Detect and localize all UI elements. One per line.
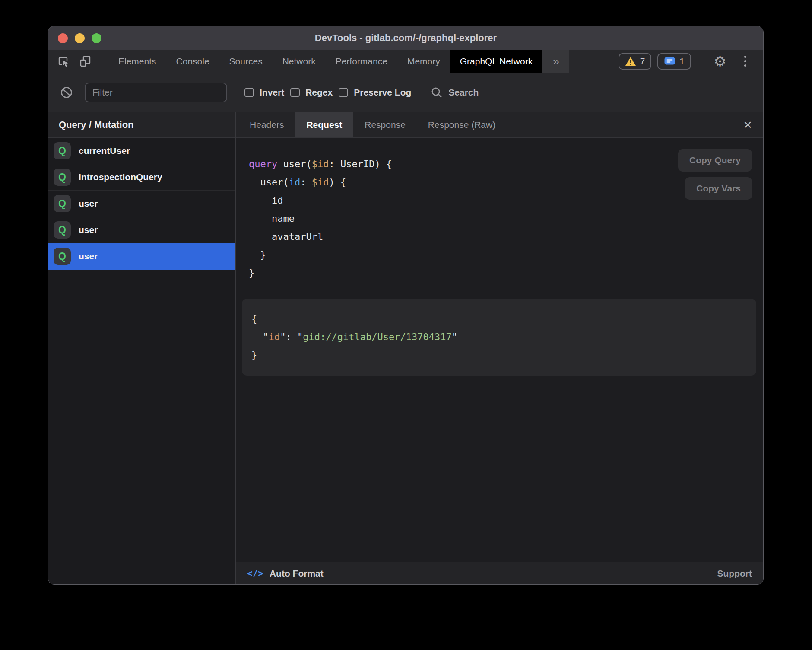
kebab-menu-icon[interactable] [736,53,755,70]
search-group[interactable]: Search [430,86,479,99]
detail-tabs: HeadersRequestResponseResponse (Raw) × [236,112,763,138]
main-split: Query / Mutation QcurrentUserQIntrospect… [48,112,763,584]
detail-footer: </> Auto Format Support [236,562,763,584]
warning-count: 7 [640,56,645,67]
query-list-item-1[interactable]: QIntrospectionQuery [48,164,235,191]
close-detail-button[interactable]: × [732,112,763,137]
message-icon [664,57,676,66]
toolbar-tabs: ElementsConsoleSourcesNetworkPerformance… [108,50,542,73]
checkbox-invert[interactable]: Invert [244,87,284,98]
copy-buttons: Copy Query Copy Vars [678,149,752,200]
close-window-button[interactable] [58,33,68,43]
query-name: user [79,198,98,209]
search-icon [430,86,443,99]
query-list-item-4[interactable]: Quser [48,243,235,270]
toolbar-tab-elements[interactable]: Elements [108,50,166,73]
toolbar-tab-memory[interactable]: Memory [397,50,450,73]
variables-code-line-1: "id": "gid://gitlab/User/13704317" [251,328,747,346]
detail-tab-response[interactable]: Response [353,112,417,137]
checkbox-box-regex[interactable] [290,88,300,97]
toolbar-tab-performance[interactable]: Performance [326,50,397,73]
variables-code-line-0: { [251,310,747,328]
query-sidebar: Query / Mutation QcurrentUserQIntrospect… [48,112,236,584]
query-code-line-6: } [249,264,763,282]
copy-query-button[interactable]: Copy Query [678,149,752,172]
copy-vars-button[interactable]: Copy Vars [685,177,752,200]
settings-gear-icon[interactable]: ⚙ [710,53,730,70]
warning-triangle-icon [625,56,636,67]
chevron-double-right-icon: » [552,54,559,68]
checkbox-label-invert: Invert [260,87,284,98]
checkbox-regex[interactable]: Regex [290,87,333,98]
minimize-window-button[interactable] [75,33,85,43]
traffic-lights [58,26,102,50]
desktop-background: DevTools - gitlab.com/-/graphql-explorer [0,0,812,650]
toolbar-tab-network[interactable]: Network [273,50,326,73]
query-list-item-3[interactable]: Quser [48,217,235,243]
variables-box: { "id": "gid://gitlab/User/13704317"} [242,299,756,376]
code-format-icon: </> [247,568,263,579]
query-name: IntrospectionQuery [79,172,162,182]
query-type-icon: Q [54,221,71,239]
warnings-badge[interactable]: 7 [619,53,652,70]
filter-input[interactable] [85,83,227,102]
query-type-icon: Q [54,195,71,212]
sidebar-header-title: Query / Mutation [59,119,134,131]
title-bar: DevTools - gitlab.com/-/graphql-explorer [48,26,763,50]
issues-badge[interactable]: 1 [657,53,691,70]
query-type-icon: Q [54,169,71,186]
devtools-toolbar: ElementsConsoleSourcesNetworkPerformance… [48,50,763,73]
detail-panel: HeadersRequestResponseResponse (Raw) × C… [236,112,763,584]
checkbox-box-invert[interactable] [244,88,254,97]
checkbox-label-preserve-log: Preserve Log [354,87,411,98]
query-code-line-3: name [249,210,763,228]
clear-block-icon[interactable] [60,86,73,99]
query-code-line-4: avatarUrl [249,228,763,246]
toolbar-left-icons [48,50,108,73]
close-icon: × [743,116,752,133]
checkbox-label-regex: Regex [305,87,333,98]
toolbar-right: 7 1 ⚙ [619,50,763,73]
detail-tab-request[interactable]: Request [295,112,353,137]
issues-count: 1 [679,56,685,67]
checkbox-preserve-log[interactable]: Preserve Log [339,87,411,98]
query-name: user [79,225,98,235]
auto-format-button[interactable]: Auto Format [270,568,324,579]
support-link[interactable]: Support [717,568,752,579]
toolbar-divider [101,55,102,68]
search-label: Search [448,87,479,98]
toolbar-tab-console[interactable]: Console [166,50,219,73]
filter-checkboxes: InvertRegexPreserve Log [238,87,411,98]
query-list-item-0[interactable]: QcurrentUser [48,138,235,164]
toolbar-tab-sources[interactable]: Sources [219,50,273,73]
devtools-window: DevTools - gitlab.com/-/graphql-explorer [48,26,764,585]
query-list: QcurrentUserQIntrospectionQueryQuserQuse… [48,138,235,584]
variables-code-line-2: } [251,346,747,364]
query-list-item-2[interactable]: Quser [48,191,235,217]
toolbar-right-divider [701,55,701,68]
request-body: Copy Query Copy Vars query user($id: Use… [236,138,763,562]
toolbar-tab-graphql-network[interactable]: GraphQL Network [450,50,542,73]
query-name: user [79,251,98,261]
filter-bar: InvertRegexPreserve Log Search [48,73,763,112]
more-tabs-button[interactable]: » [542,50,569,73]
checkbox-box-preserve-log[interactable] [339,88,348,97]
variables-json-code: { "id": "gid://gitlab/User/13704317"} [251,310,747,364]
detail-tab-response-raw[interactable]: Response (Raw) [417,112,507,137]
sidebar-header: Query / Mutation [48,112,235,138]
inspect-element-icon[interactable] [54,53,73,70]
detail-tab-headers[interactable]: Headers [238,112,295,137]
query-code-line-5: } [249,246,763,264]
zoom-window-button[interactable] [92,33,102,43]
query-name: currentUser [79,146,130,156]
device-toolbar-icon[interactable] [76,53,95,70]
query-type-icon: Q [54,248,71,265]
window-title: DevTools - gitlab.com/-/graphql-explorer [315,32,497,44]
query-type-icon: Q [54,142,71,159]
